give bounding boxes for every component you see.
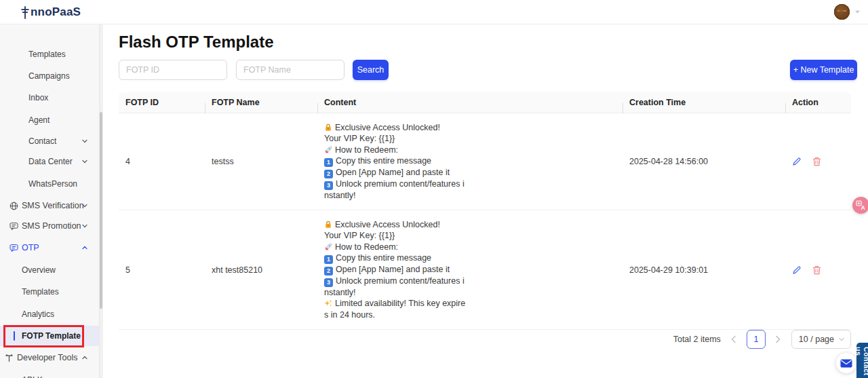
translate-fab[interactable]: A — [852, 197, 868, 214]
sidebar-item-overview[interactable]: Overview — [0, 260, 99, 280]
sidebar-item-inbox[interactable]: Inbox — [0, 88, 99, 108]
table-body: 4testssExclusive Access Unlocked!Your VI… — [119, 113, 851, 330]
sidebar-item-otp[interactable]: OTP — [0, 238, 99, 258]
column-header-content: Content — [317, 98, 623, 107]
sidebar-item-campaigns[interactable]: Campaigns — [0, 66, 99, 86]
cell-creation-time: 2025-04-29 10:39:01 — [623, 265, 785, 275]
keycap-3-emoji: 3 — [324, 278, 333, 287]
rocket-emoji — [324, 243, 332, 251]
globe-icon — [9, 202, 18, 210]
table-header-row: FOTP ID FOTP Name Content Creation Time … — [119, 92, 851, 113]
new-template-button[interactable]: + New Template — [790, 60, 857, 80]
fotp-name-input[interactable] — [236, 60, 344, 80]
content-text: Copy this entire message — [336, 156, 431, 166]
contact-us-tab[interactable]: Contact us — [856, 343, 868, 378]
sidebar-item-agent[interactable]: Agent — [0, 110, 99, 130]
mail-fab[interactable] — [836, 353, 856, 373]
delete-button[interactable] — [812, 157, 824, 166]
sidebar-item-sms-promotion[interactable]: SMS Promotion — [0, 216, 99, 236]
delete-button[interactable] — [812, 265, 824, 275]
antenna-logo-icon — [20, 5, 30, 19]
sidebar-item-label: FOTP Template — [22, 331, 81, 341]
chevron-down-icon — [81, 202, 88, 209]
sidebar-item-data-center[interactable]: Data Center — [0, 151, 99, 172]
user-menu[interactable] — [834, 4, 861, 20]
content-text: Open [App Name] and paste it — [336, 168, 450, 177]
cell-fotp-id: 5 — [119, 265, 205, 275]
lock-emoji — [324, 221, 332, 229]
keycap-1-emoji: 1 — [324, 158, 333, 167]
sidebar-item-contact[interactable]: Contact — [0, 131, 99, 151]
chevron-down-icon — [81, 158, 88, 165]
sidebar-item-developer-tools[interactable]: Developer Tools — [0, 347, 99, 368]
content-text: Unlock premium content/features instantl… — [324, 276, 465, 297]
chevron-up-icon — [81, 354, 88, 361]
edit-button[interactable] — [792, 157, 804, 166]
mail-icon — [840, 359, 852, 368]
selected-indicator-bar — [14, 331, 15, 341]
content-line: 3Unlock premium content/features instant… — [324, 276, 468, 298]
content-line: 3Unlock premium content/features instant… — [324, 178, 468, 201]
sidebar-item-label: Templates — [28, 50, 66, 59]
sidebar-item-label: Agent — [28, 115, 50, 125]
pagination-total: Total 2 items — [673, 335, 721, 344]
content-line: 1Copy this entire message — [324, 155, 468, 167]
cell-action — [785, 265, 851, 275]
chat-bubble-icon — [9, 222, 18, 231]
top-header: nnoPaaS — [0, 0, 868, 24]
sidebar-item-label: Contact — [28, 136, 56, 146]
avatar[interactable] — [834, 4, 850, 20]
content-line: Exclusive Access Unlocked! — [324, 219, 468, 230]
sidebar-item-sms-verification[interactable]: SMS Verification — [0, 195, 99, 216]
chevron-down-icon — [81, 223, 88, 229]
content-text: Copy this entire message — [336, 253, 431, 263]
sidebar-item-templates[interactable]: Templates — [0, 282, 99, 302]
keycap-2-emoji: 2 — [324, 170, 333, 178]
cell-fotp-name: xht test85210 — [205, 265, 317, 275]
sidebar-item-label: Data Center — [28, 157, 73, 166]
chevron-up-icon — [81, 244, 88, 251]
svg-text:A: A — [861, 204, 865, 210]
fotp-id-input[interactable] — [119, 60, 227, 80]
next-page-button[interactable] — [771, 330, 786, 349]
rocket-emoji — [324, 146, 332, 154]
sidebar-item-label: OTP — [22, 243, 39, 252]
sidebar-scrollbar-thumb[interactable] — [100, 112, 102, 309]
sidebar-item-label: API Keys — [22, 375, 55, 378]
sidebar-item-templates[interactable]: Templates — [0, 44, 99, 64]
content-line: Your VIP Key: {{1}} — [324, 133, 468, 144]
keycap-1-emoji: 1 — [324, 255, 333, 264]
content-line: Exclusive Access Unlocked! — [324, 122, 468, 133]
content-line: How to Redeem: — [324, 145, 468, 155]
sidebar-item-fotp-template[interactable]: FOTP Template — [0, 326, 99, 346]
content-text: Exclusive Access Unlocked! — [335, 220, 440, 229]
sidebar-item-label: Templates — [22, 287, 59, 297]
sidebar-scrollbar-track[interactable] — [99, 24, 103, 378]
sidebar-item-analytics[interactable]: Analytics — [0, 304, 99, 324]
delete-icon — [812, 265, 821, 275]
sidebar-item-api-keys[interactable]: API Keys — [0, 370, 99, 378]
logo: nnoPaaS — [20, 5, 81, 19]
cell-content: Exclusive Access Unlocked!Your VIP Key: … — [317, 210, 475, 329]
column-header-fotp-name: FOTP Name — [205, 98, 317, 107]
edit-button[interactable] — [792, 265, 804, 275]
logo-text: nnoPaaS — [31, 5, 81, 19]
cell-content: Exclusive Access Unlocked!Your VIP Key: … — [317, 113, 475, 210]
sidebar-item-label: Campaigns — [28, 71, 70, 81]
cell-fotp-name: testss — [205, 157, 317, 166]
content-text: Exclusive Access Unlocked! — [335, 123, 440, 132]
page-size-select[interactable]: 10 / page — [791, 330, 851, 349]
content-text: How to Redeem: — [335, 242, 398, 252]
content-line: How to Redeem: — [324, 242, 468, 252]
sidebar: TemplatesCampaignsInboxAgentContactData … — [0, 24, 103, 378]
previous-page-button[interactable] — [726, 330, 741, 349]
sidebar-item-label: Analytics — [22, 309, 54, 319]
sidebar-item-whatsperson[interactable]: WhatsPerson — [0, 174, 99, 194]
lock-emoji — [324, 124, 332, 132]
sidebar-item-label: WhatsPerson — [28, 179, 77, 189]
search-button[interactable]: Search — [353, 60, 389, 80]
content-text: Limited availability! This key expires i… — [324, 299, 465, 319]
content-line: 2Open [App Name] and paste it — [324, 264, 468, 276]
column-header-action: Action — [785, 98, 851, 107]
page-number-1[interactable]: 1 — [747, 330, 766, 349]
